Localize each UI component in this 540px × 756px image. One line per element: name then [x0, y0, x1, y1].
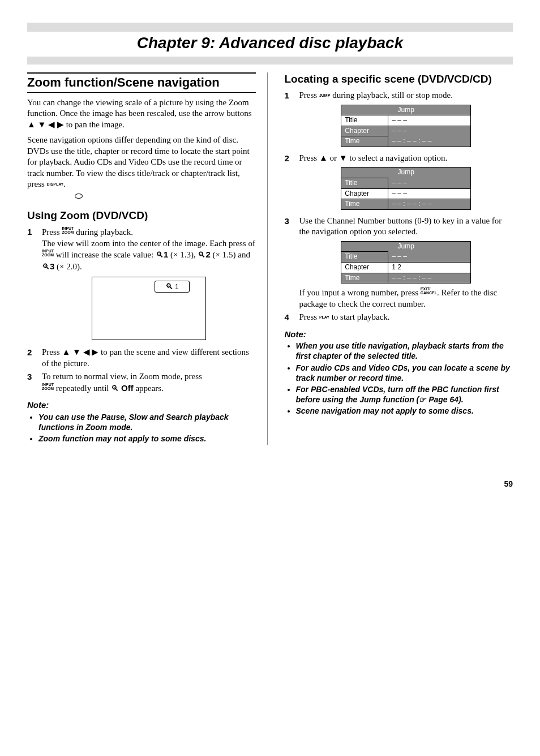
- exit-icon: EXIT/ CANCEL: [421, 287, 437, 295]
- note-r2: For audio CDs and Video CDs, you can loc…: [296, 363, 513, 383]
- note-heading-l: Note:: [27, 400, 256, 411]
- intro-1: You can change the viewing scale of a pi…: [27, 97, 256, 131]
- t1r1: Title: [341, 115, 388, 126]
- s3c: Off: [121, 383, 134, 393]
- note-l2: Zoom function may not apply to some disc…: [38, 433, 256, 444]
- t2v1: – – –: [388, 178, 471, 189]
- t2r3: Time: [341, 199, 388, 210]
- intro-2b: .: [63, 179, 66, 188]
- mag-icon-off: 🔍︎: [111, 384, 119, 393]
- s3d: appears.: [134, 384, 164, 393]
- note-l1: You can use the Pause, Slow and Search p…: [38, 412, 256, 432]
- sc1: 1: [164, 250, 168, 259]
- s3a: To return to normal view, in Zoom mode, …: [42, 372, 202, 381]
- r4a: Press: [299, 312, 319, 321]
- r3txt: Use the Channel Number buttons (0-9) to …: [299, 216, 502, 237]
- rbody2: Press ▲ or ▼ to select a navigation opti…: [299, 153, 513, 213]
- jump-table-3: Jump Title– – – Chapter1 2 Time– – : – –…: [341, 241, 471, 284]
- rbody1: Press JUMP during playback, still or sto…: [299, 90, 513, 151]
- step-num-3: 3: [27, 371, 42, 383]
- left-col: Zoom function/Scene navigation You can c…: [27, 72, 268, 445]
- rbody3: Use the Channel Number buttons (0-9) to …: [299, 216, 513, 310]
- subsection-2: Locating a specific scene (DVD/VCD/CD): [285, 72, 513, 87]
- r2txt: Press ▲ or ▼ to select a navigation opti…: [299, 153, 448, 162]
- rnum1: 1: [285, 90, 299, 101]
- sc3: 2: [205, 250, 210, 259]
- sc4: (× 1.5) and: [211, 250, 250, 259]
- note-heading-r: Note:: [285, 329, 513, 340]
- mag-icon-2: 🔍︎: [198, 250, 205, 259]
- sc2: (× 1.3),: [168, 250, 198, 259]
- step-body-3: To return to normal view, in Zoom mode, …: [42, 371, 256, 394]
- s3b: repeatedly until: [54, 384, 111, 393]
- note-r3: For PBC-enabled VCDs, turn off the PBC f…: [296, 384, 513, 405]
- button-oval-icon: [75, 194, 83, 199]
- s1b: during playback.: [74, 227, 133, 237]
- top-bar: [27, 23, 513, 32]
- mag-icon-3: 🔍︎: [42, 262, 50, 271]
- step-num-2: 2: [27, 347, 42, 358]
- zoom-icon: INPUT ZOOM: [62, 226, 74, 234]
- t3v3: – – : – – : – –: [388, 273, 471, 284]
- rnum4: 4: [285, 312, 299, 323]
- step-body-1: Press INPUT ZOOM during playback. The vi…: [42, 226, 256, 345]
- sc6: (× 2.0).: [54, 262, 82, 271]
- rnum2: 2: [285, 153, 299, 164]
- intro-2: Scene navigation options differ dependin…: [27, 135, 256, 201]
- t1r2: Chapter: [341, 126, 388, 136]
- r4b: to start playback.: [329, 312, 390, 321]
- t1v3: – – : – – : – –: [388, 136, 471, 147]
- notes-right: When you use title navigation, playback …: [285, 341, 513, 416]
- jump-table-2: Jump Title– – – Chapter– – – Time– – : –…: [341, 167, 471, 209]
- bottom-bar: [27, 57, 513, 65]
- note-r1: When you use title navigation, playback …: [296, 341, 513, 361]
- mag-icon-1: 🔍︎: [156, 250, 164, 259]
- zoom-icon-2: INPUT ZOOM: [42, 249, 54, 257]
- s1a: Press: [42, 227, 62, 237]
- t2r1: Title: [341, 178, 388, 189]
- display-icon: DISPLAY: [47, 182, 64, 186]
- s1d: will increase the scale value:: [54, 250, 156, 259]
- mag-icon-box: 🔍︎: [165, 282, 173, 291]
- t1r3: Time: [341, 136, 388, 147]
- t3r2: Chapter: [341, 263, 388, 273]
- rnum3: 3: [285, 216, 299, 227]
- zoom-indicator: 🔍︎ 1: [155, 281, 190, 293]
- step-2: 2 Press ▲ ▼ ◀ ▶ to pan the scene and vie…: [27, 347, 256, 369]
- section-title: Zoom function/Scene navigation: [27, 72, 256, 93]
- r-step-1: 1 Press JUMP during playback, still or s…: [285, 90, 513, 151]
- jh1: Jump: [341, 105, 471, 115]
- jump-table-1: Jump Title– – – Chapter– – – Time– – : –…: [341, 105, 471, 147]
- chapter-title: Chapter 9: Advanced disc playback: [27, 33, 513, 53]
- zoom-icon-3: INPUT ZOOM: [42, 383, 54, 390]
- zoom-preview-box: 🔍︎ 1: [92, 277, 206, 340]
- t3r3: Time: [341, 273, 388, 284]
- r-step-3: 3 Use the Channel Number buttons (0-9) t…: [285, 216, 513, 310]
- page-number: 59: [27, 479, 513, 489]
- note-r4: Scene navigation may not apply to some d…: [296, 406, 513, 416]
- t1v2: – – –: [388, 126, 471, 136]
- t3v2: 1 2: [388, 263, 471, 273]
- step-num-1: 1: [27, 226, 42, 238]
- right-col: Locating a specific scene (DVD/VCD/CD) 1…: [285, 72, 513, 445]
- jh3: Jump: [341, 241, 471, 252]
- columns: Zoom function/Scene navigation You can c…: [27, 72, 513, 445]
- rbody4: Press PLAY to start playback.: [299, 312, 513, 323]
- t3v1: – – –: [388, 252, 471, 263]
- t2v3: – – : – – : – –: [388, 199, 471, 210]
- r1txt: during playback, still or stop mode.: [332, 91, 453, 100]
- t1v1: – – –: [388, 115, 471, 126]
- t3r1: Title: [341, 252, 388, 263]
- play-icon: PLAY: [319, 315, 329, 319]
- t2r2: Chapter: [341, 188, 388, 199]
- jump-icon: JUMP: [319, 93, 330, 97]
- zoom-box-label: 1: [175, 283, 179, 291]
- wronga: If you input a wrong number, press: [299, 288, 421, 297]
- step-1: 1 Press INPUT ZOOM during playback. The …: [27, 226, 256, 345]
- intro-2a: Scene navigation options differ dependin…: [27, 135, 250, 188]
- notes-left: You can use the Pause, Slow and Search p…: [27, 412, 256, 444]
- step-body-2: Press ▲ ▼ ◀ ▶ to pan the scene and view …: [42, 347, 256, 369]
- s1c: The view will zoom into the center of th…: [42, 239, 255, 248]
- r-step-4: 4 Press PLAY to start playback.: [285, 312, 513, 323]
- r-step-2: 2 Press ▲ or ▼ to select a navigation op…: [285, 153, 513, 213]
